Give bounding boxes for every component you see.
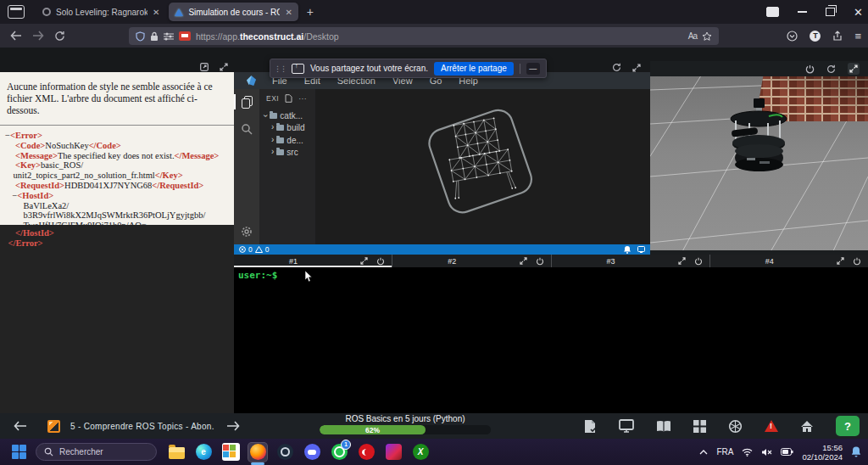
terminal-tab-4[interactable]: #4	[710, 255, 868, 267]
pocket-icon[interactable]	[787, 31, 798, 42]
language-indicator[interactable]: FRA	[716, 447, 733, 457]
previous-lesson-icon[interactable]	[14, 421, 27, 431]
xml-line: <RequestId>HDBD041XJ7NYNG68</RequestId>	[5, 181, 234, 191]
new-tab-button[interactable]: +	[307, 5, 314, 19]
share-icon[interactable]	[832, 31, 843, 42]
terminal-tab-2[interactable]: #2	[392, 255, 551, 267]
next-lesson-icon[interactable]	[226, 421, 240, 431]
tree-item-catk[interactable]: ›catk...	[259, 109, 315, 122]
close-button[interactable]: ✕	[854, 6, 863, 19]
firefox-view-icon[interactable]	[8, 5, 25, 19]
microsoft-store-icon[interactable]	[221, 443, 240, 462]
back-icon[interactable]	[10, 31, 22, 41]
steam-icon[interactable]	[275, 443, 294, 462]
explorer-icon[interactable]	[242, 96, 253, 108]
search-icon[interactable]	[241, 123, 253, 135]
home-icon[interactable]	[800, 420, 814, 433]
tab2-close-icon[interactable]: ✕	[285, 8, 292, 17]
drag-handle-icon[interactable]: ⋮⋮	[274, 64, 286, 73]
bell-icon[interactable]	[624, 246, 631, 254]
tree-item-build[interactable]: ›build	[259, 122, 315, 135]
clock[interactable]: 15:56 02/10/2024	[802, 443, 843, 462]
terminal[interactable]: user:~$	[234, 267, 868, 413]
lesson-title[interactable]: 5 - Comprendre ROS Topics - Abon...	[70, 422, 214, 431]
terminal-tab-3[interactable]: #3	[552, 255, 710, 267]
expand-icon[interactable]	[837, 257, 844, 266]
tab-simulation-cours[interactable]: Simulation de cours - ROS Basic ✕	[169, 3, 298, 21]
feedback-icon[interactable]	[637, 246, 645, 253]
whatsapp-icon[interactable]: 1	[330, 443, 348, 462]
help-button[interactable]: ?	[836, 416, 860, 436]
openai-icon[interactable]	[728, 419, 743, 434]
permissions-icon[interactable]	[164, 32, 174, 41]
toolbar-right-icons: T ≡	[787, 24, 861, 48]
tab-preview-icon[interactable]	[766, 7, 779, 17]
open-new-window-icon[interactable]	[200, 63, 209, 71]
expand-icon[interactable]	[678, 257, 686, 266]
expand-icon[interactable]	[520, 257, 527, 266]
stop-sharing-button[interactable]: Arrêter le partage	[434, 62, 514, 76]
expand-icon[interactable]	[360, 257, 368, 266]
terminal-tab-1[interactable]: #1	[234, 255, 392, 267]
firefox-icon[interactable]	[248, 443, 267, 462]
document-check-icon[interactable]	[584, 419, 597, 434]
chevron-up-icon[interactable]	[699, 450, 708, 455]
notebook-icon[interactable]	[47, 420, 60, 433]
restore-button[interactable]	[826, 8, 835, 16]
reload-icon[interactable]	[54, 31, 65, 42]
translate-icon[interactable]: Aa	[688, 31, 697, 41]
progress-label: 62%	[320, 426, 426, 434]
tree-item-src[interactable]: ›src	[259, 147, 315, 160]
expand-icon[interactable]	[849, 64, 858, 73]
settings-gear-icon[interactable]	[241, 226, 253, 238]
url-bar[interactable]: https://app.theconstruct.ai/Desktop Aa	[129, 27, 719, 45]
notification-bell-icon[interactable]	[851, 446, 861, 457]
tree-item-de[interactable]: ›de...	[259, 134, 315, 147]
power-icon[interactable]	[805, 64, 815, 74]
gradient-app-icon[interactable]	[384, 443, 403, 462]
apps-grid-icon[interactable]	[693, 420, 706, 433]
screen-icon[interactable]	[619, 419, 634, 433]
edge-icon[interactable]: e	[194, 443, 213, 462]
ide-editor-area[interactable]	[315, 89, 650, 244]
gazebo-3d-viewport[interactable]	[650, 76, 868, 250]
book-icon[interactable]	[656, 420, 671, 433]
red-app-icon[interactable]	[357, 443, 376, 462]
battery-icon[interactable]	[781, 448, 793, 456]
course-bar-icons: ?	[584, 413, 860, 439]
minimize-button[interactable]	[798, 11, 807, 13]
expand-icon[interactable]	[220, 63, 228, 71]
warning-icon[interactable]	[765, 420, 778, 432]
tracking-shield-icon[interactable]	[136, 31, 145, 42]
turtlebot-robot	[725, 98, 794, 176]
tree-label: catk...	[280, 111, 303, 120]
restart-icon[interactable]	[826, 64, 836, 74]
bookmark-star-icon[interactable]	[702, 31, 712, 42]
tab1-close-icon[interactable]: ✕	[153, 8, 159, 17]
forward-icon[interactable]	[32, 31, 44, 41]
volume-muted-icon[interactable]	[761, 448, 772, 457]
explorer-more-icon[interactable]: ···	[298, 94, 307, 103]
start-button[interactable]	[12, 445, 26, 459]
tab-solo-leveling[interactable]: Solo Leveling: Ragnarok Chapte ✕	[36, 3, 165, 21]
ide-logo-icon	[246, 76, 257, 87]
taskbar-search[interactable]: Rechercher	[36, 443, 157, 461]
screen-share-indicator-icon[interactable]	[179, 31, 191, 41]
restart-icon[interactable]	[853, 257, 861, 266]
wifi-icon[interactable]	[742, 448, 753, 457]
restart-icon[interactable]	[612, 63, 621, 72]
lock-icon[interactable]	[150, 31, 159, 42]
discord-icon[interactable]	[303, 443, 321, 462]
theconstruct-workspace: Aucune information de style ne semble as…	[0, 61, 868, 413]
restart-icon[interactable]	[694, 257, 703, 266]
expand-icon[interactable]	[632, 64, 641, 72]
app-menu-icon[interactable]: ≡	[854, 30, 861, 42]
banner-minimize-button[interactable]: —	[526, 63, 540, 75]
account-icon[interactable]: T	[810, 31, 821, 42]
restart-icon[interactable]	[536, 257, 544, 266]
xml-line: </HostId>	[5, 228, 234, 238]
restart-icon[interactable]	[376, 257, 385, 266]
new-file-icon[interactable]	[285, 94, 292, 103]
file-explorer-icon[interactable]	[167, 443, 186, 462]
xbox-icon[interactable]: X	[411, 443, 430, 462]
